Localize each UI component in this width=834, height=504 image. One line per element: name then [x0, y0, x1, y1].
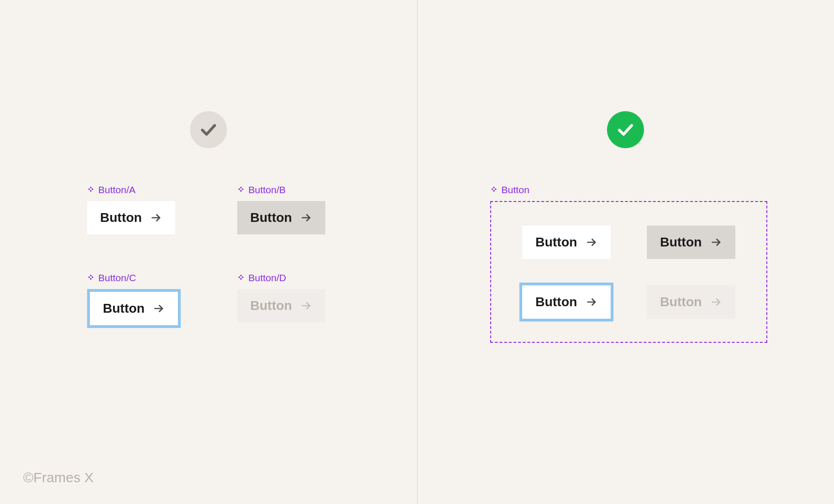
button-label: Button: [103, 301, 145, 316]
component-icon: [237, 274, 245, 282]
component-icon: [87, 274, 95, 282]
button-label: Button: [250, 210, 292, 225]
check-icon: [616, 120, 635, 139]
check-icon: [199, 120, 218, 139]
panel-left: Button/A Button Button/B Button Button/C…: [0, 0, 417, 504]
component-label-text: Button/C: [98, 272, 136, 284]
button-label: Button: [535, 235, 577, 250]
component-label-text: Button/D: [248, 272, 286, 284]
button-variant-focus[interactable]: Button: [522, 285, 610, 319]
arrow-right-icon: [150, 212, 162, 224]
component-label-c: Button/C: [87, 272, 178, 284]
button-label: Button: [100, 210, 142, 225]
component-label-b: Button/B: [237, 184, 325, 195]
button-label: Button: [660, 295, 701, 309]
component-label-d: Button/D: [237, 272, 325, 284]
arrow-right-icon: [586, 236, 598, 248]
arrow-right-icon: [710, 296, 722, 308]
button-variant-disabled: Button: [647, 285, 735, 319]
component-cell-a: Button/A Button: [87, 184, 175, 234]
status-badge-good: [607, 111, 644, 148]
button-label: Button: [660, 235, 701, 250]
component-label-text: Button/A: [98, 184, 136, 195]
component-label-a: Button/A: [87, 184, 175, 195]
arrow-right-icon: [153, 302, 165, 315]
component-cell-c: Button/C Button: [87, 272, 178, 325]
button-variant-default[interactable]: Button: [522, 226, 610, 259]
component-label-text: Button: [501, 184, 530, 195]
component-label-single: Button: [490, 184, 530, 195]
button-variant-hover[interactable]: Button: [237, 201, 325, 234]
arrow-right-icon: [586, 296, 598, 308]
component-cell-b: Button/B Button: [237, 184, 325, 234]
button-variant-disabled: Button: [237, 289, 325, 322]
arrow-right-icon: [300, 212, 312, 224]
attribution: ©Frames X: [23, 470, 94, 485]
component-icon: [490, 186, 498, 194]
arrow-right-icon: [710, 236, 722, 248]
component-icon: [237, 186, 245, 194]
button-variant-hover[interactable]: Button: [647, 226, 735, 259]
button-label: Button: [535, 295, 577, 309]
button-label: Button: [250, 298, 292, 313]
status-badge-neutral: [190, 111, 227, 148]
arrow-right-icon: [300, 300, 312, 312]
component-cell-d: Button/D Button: [237, 272, 325, 322]
component-label-text: Button/B: [248, 184, 286, 195]
button-variant-focus[interactable]: Button: [90, 292, 178, 325]
variants-container: Button Button Button Button: [490, 201, 767, 343]
component-icon: [87, 186, 95, 194]
button-variant-default[interactable]: Button: [87, 201, 175, 234]
